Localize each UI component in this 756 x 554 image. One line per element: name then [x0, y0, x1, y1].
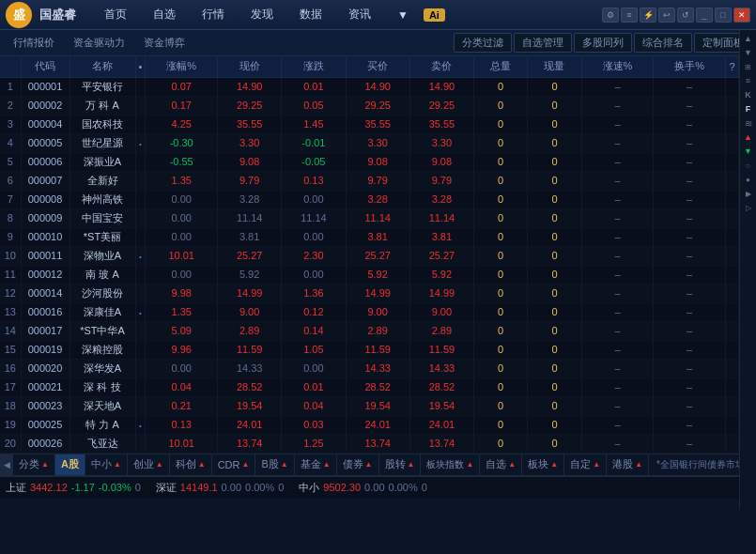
cell-code[interactable]: 000020 [21, 359, 69, 377]
cell-name[interactable]: 万 科 A [69, 96, 135, 115]
tab-bonds[interactable]: 债券 [337, 454, 379, 475]
tab-b-shares[interactable]: B股 [255, 454, 294, 475]
sidebar-play-icon[interactable]: ▶ [741, 187, 756, 200]
col-buy-header[interactable]: 买价 [346, 56, 409, 77]
col-sell-header[interactable]: 卖价 [409, 56, 473, 77]
table-row[interactable]: 18 000023 深天地A 0.21 19.54 0.04 19.54 19.… [0, 396, 739, 415]
cell-name[interactable]: 飞亚达 [69, 434, 135, 453]
table-row[interactable]: 1 000001 平安银行 0.07 14.90 0.01 14.90 14.9… [0, 77, 739, 96]
sidebar-up-icon[interactable]: ▲ [741, 32, 756, 45]
sidebar-f-icon[interactable]: F [741, 102, 756, 115]
tab-growth[interactable]: 创业 [128, 454, 170, 475]
col-name-header[interactable]: 名称 [69, 56, 135, 77]
minimize-btn[interactable]: _ [696, 8, 713, 23]
nav-discover[interactable]: 发现 [238, 3, 286, 26]
sidebar-grid-icon[interactable]: ⊞ [741, 60, 756, 73]
filter-category[interactable]: 分类过滤 [454, 33, 512, 53]
nav-more[interactable]: ▼ [384, 5, 422, 25]
tab-hk[interactable]: 港股 [607, 454, 649, 475]
sidebar-green-down-icon[interactable]: ▼ [741, 145, 756, 158]
cell-code[interactable]: 000001 [21, 77, 69, 96]
tab-capital-drive[interactable]: 资金驱动力 [64, 33, 134, 53]
cell-code[interactable]: 000017 [21, 321, 69, 340]
cell-code[interactable]: 000010 [21, 227, 69, 246]
tab-cdr[interactable]: CDR [212, 454, 256, 475]
sidebar-k-icon[interactable]: K [741, 88, 756, 101]
tab-sector[interactable]: 板块 [522, 454, 564, 475]
nav-watchlist[interactable]: 自选 [140, 3, 189, 26]
cell-name[interactable]: 特 力 A [69, 415, 135, 434]
cell-name[interactable]: 深粮控股 [69, 340, 135, 359]
close-btn[interactable]: ✕ [733, 8, 750, 23]
cell-name[interactable]: 深振业A [69, 152, 135, 171]
table-row[interactable]: 12 000014 沙河股份 9.98 14.99 1.36 14.99 14.… [0, 284, 739, 302]
menu-btn[interactable]: ≡ [621, 8, 638, 23]
nav-data[interactable]: 数据 [286, 3, 335, 26]
table-row[interactable]: 15 000019 深粮控股 9.96 11.59 1.05 11.59 11.… [0, 340, 739, 359]
sidebar-circle-icon[interactable]: ○ [741, 159, 756, 172]
tab-a-shares[interactable]: A股 [55, 454, 85, 475]
cell-name[interactable]: 国农科技 [69, 115, 135, 133]
tab-category[interactable]: 分类 [13, 454, 55, 475]
table-row[interactable]: 13 000016 深康佳A • 1.35 9.00 0.12 9.00 9.0… [0, 302, 739, 321]
nav-news[interactable]: 资讯 [335, 3, 384, 26]
cell-name[interactable]: 南 玻 A [69, 265, 135, 284]
filter-watchlist-manage[interactable]: 自选管理 [514, 33, 572, 53]
tab-small-mid[interactable]: 中小 [85, 454, 128, 475]
tab-share-transfer[interactable]: 股转 [379, 454, 422, 475]
table-row[interactable]: 16 000020 深华发A 0.00 14.33 0.00 14.33 14.… [0, 359, 739, 377]
tab-sector-index[interactable]: 板块指数 [421, 454, 480, 475]
cell-code[interactable]: 000026 [21, 434, 69, 453]
cell-code[interactable]: 000007 [21, 171, 69, 190]
cell-name[interactable]: *ST美丽 [69, 227, 135, 246]
maximize-btn[interactable]: □ [715, 8, 732, 23]
cell-code[interactable]: 000021 [21, 377, 69, 396]
cell-name[interactable]: *ST中华A [69, 321, 135, 340]
col-turnover-header[interactable]: 换手% [654, 56, 726, 77]
cell-code[interactable]: 000002 [21, 96, 69, 115]
flash-btn[interactable]: ⚡ [640, 8, 656, 23]
cell-code[interactable]: 000012 [21, 265, 69, 284]
cell-code[interactable]: 000009 [21, 208, 69, 227]
table-row[interactable]: 5 000006 深振业A -0.55 9.08 -0.05 9.08 9.08… [0, 152, 739, 171]
filter-multi-stock[interactable]: 多股同列 [574, 33, 632, 53]
cell-name[interactable]: 神州高铁 [69, 190, 135, 208]
cell-code[interactable]: 000025 [21, 415, 69, 434]
tab-watchlist[interactable]: 自选 [480, 454, 522, 475]
refresh-btn[interactable]: ↺ [677, 8, 694, 23]
tab-custom[interactable]: 自定 [564, 454, 607, 475]
cell-name[interactable]: 世纪星源 [69, 133, 135, 152]
col-price-header[interactable]: 现价 [218, 56, 282, 77]
sidebar-bars-icon[interactable]: ≋ [741, 116, 756, 130]
table-row[interactable]: 17 000021 深 科 技 0.04 28.52 0.01 28.52 28… [0, 377, 739, 396]
tab-sci-tech[interactable]: 科创 [170, 454, 212, 475]
col-cur-vol-header[interactable]: 现量 [528, 56, 581, 77]
tab-funds[interactable]: 基金 [295, 454, 337, 475]
cell-code[interactable]: 000011 [21, 246, 69, 265]
cell-code[interactable]: 000005 [21, 133, 69, 152]
table-row[interactable]: 8 000009 中国宝安 0.00 11.14 11.14 11.14 11.… [0, 208, 739, 227]
cell-name[interactable]: 深天地A [69, 396, 135, 415]
cell-code[interactable]: 000014 [21, 284, 69, 302]
table-row[interactable]: 10 000011 深物业A • 10.01 25.27 2.30 25.27 … [0, 246, 739, 265]
cell-code[interactable]: 000008 [21, 190, 69, 208]
cell-code[interactable]: 000004 [21, 115, 69, 133]
cell-name[interactable]: 全新好 [69, 171, 135, 190]
sidebar-red-up-icon[interactable]: ▲ [741, 131, 756, 144]
col-code-header[interactable]: 代码 [21, 56, 69, 77]
col-change-header[interactable]: 涨跌 [282, 56, 346, 77]
cell-name[interactable]: 深 科 技 [69, 377, 135, 396]
table-row[interactable]: 14 000017 *ST中华A 5.09 2.89 0.14 2.89 2.8… [0, 321, 739, 340]
tab-capital-game[interactable]: 资金博弈 [134, 33, 194, 53]
table-row[interactable]: 7 000008 神州高铁 0.00 3.28 0.00 3.28 3.28 0… [0, 190, 739, 208]
table-row[interactable]: 3 000004 国农科技 4.25 35.55 1.45 35.55 35.5… [0, 115, 739, 133]
table-row[interactable]: 11 000012 南 玻 A 0.00 5.92 0.00 5.92 5.92… [0, 265, 739, 284]
settings-btn[interactable]: ⚙ [602, 8, 619, 23]
bottom-scroll-left[interactable]: ◀ [0, 454, 13, 475]
table-row[interactable]: 4 000005 世纪星源 • -0.30 3.30 -0.01 3.30 3.… [0, 133, 739, 152]
table-row[interactable]: 2 000002 万 科 A 0.17 29.25 0.05 29.25 29.… [0, 96, 739, 115]
col-speed-header[interactable]: 涨速% [581, 56, 654, 77]
sidebar-dot-icon[interactable]: ● [741, 173, 756, 186]
cell-name[interactable]: 深康佳A [69, 302, 135, 321]
sidebar-play2-icon[interactable]: ▷ [741, 201, 756, 214]
